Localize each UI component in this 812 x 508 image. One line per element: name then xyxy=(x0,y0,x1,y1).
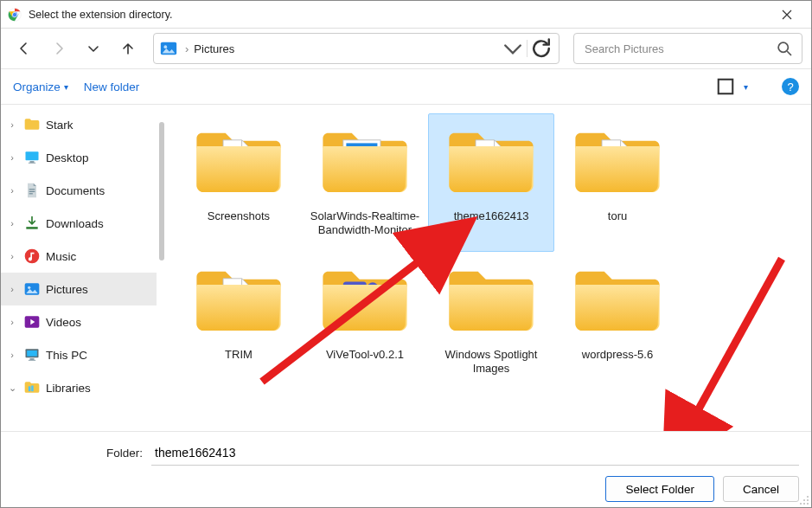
folder-input[interactable] xyxy=(151,440,799,466)
scrollbar-thumb[interactable] xyxy=(159,122,164,260)
expander-icon[interactable]: › xyxy=(6,152,18,163)
svg-rect-12 xyxy=(29,191,35,192)
sidebar-item-this-pc[interactable]: ›This PC xyxy=(1,338,157,371)
svg-point-5 xyxy=(164,45,168,48)
sidebar-item-label: This PC xyxy=(46,349,87,362)
toolbar: Organize▾ New folder ▾ ? xyxy=(1,68,811,105)
folder-item[interactable]: Screenshots xyxy=(176,113,302,252)
dialog-window: Select the extension directory. › Pictur… xyxy=(0,0,812,508)
address-dropdown[interactable] xyxy=(501,36,525,61)
sidebar-item-label: Downloads xyxy=(46,217,104,230)
svg-rect-22 xyxy=(29,360,35,361)
sidebar-item-music[interactable]: ›Music xyxy=(1,240,157,273)
svg-rect-23 xyxy=(29,386,31,391)
expander-icon[interactable]: › xyxy=(6,284,18,294)
folder-icon xyxy=(314,118,416,206)
desktop-icon xyxy=(23,149,41,166)
sidebar: ›Stark›Desktop›Documents›Downloads›Music… xyxy=(1,105,157,431)
breadcrumb-location[interactable]: Pictures xyxy=(192,42,501,55)
sidebar-item-stark[interactable]: ›Stark xyxy=(1,108,157,141)
expander-icon[interactable]: › xyxy=(6,218,18,228)
svg-rect-21 xyxy=(30,358,35,360)
view-mode-dropdown[interactable]: ▾ xyxy=(744,82,758,92)
svg-point-41 xyxy=(803,499,805,501)
folder-label: TRIM xyxy=(225,344,253,386)
pictures-icon xyxy=(159,39,178,58)
refresh-button[interactable] xyxy=(529,36,553,61)
search-input[interactable] xyxy=(583,42,776,56)
sidebar-item-videos[interactable]: ›Videos xyxy=(1,305,157,338)
close-button[interactable] xyxy=(770,2,804,28)
folder-icon xyxy=(440,118,542,206)
svg-rect-7 xyxy=(719,80,733,94)
organize-label: Organize xyxy=(13,80,61,93)
help-button[interactable]: ? xyxy=(782,78,799,95)
expander-icon[interactable]: › xyxy=(6,185,18,196)
content-area[interactable]: ScreenshotsSolarWinds-Realtime-Bandwidth… xyxy=(167,105,811,431)
expander-icon[interactable]: › xyxy=(6,317,18,327)
up-button[interactable] xyxy=(113,34,143,63)
pictures-icon xyxy=(23,280,41,298)
sidebar-item-desktop[interactable]: ›Desktop xyxy=(1,141,157,174)
expander-icon[interactable]: › xyxy=(6,350,18,360)
folder-label: toru xyxy=(608,206,627,248)
sidebar-item-label: Documents xyxy=(46,184,105,197)
folder-icon: T xyxy=(314,256,416,344)
expander-icon[interactable]: ⌄ xyxy=(6,383,18,394)
folder-item[interactable]: TViVeTool-v0.2.1 xyxy=(302,252,428,390)
back-button[interactable] xyxy=(10,34,39,63)
sidebar-scrollbar[interactable] xyxy=(157,105,167,431)
documents-icon xyxy=(23,182,41,199)
folder-label: Windows Spotlight Images xyxy=(432,344,550,386)
search-box[interactable] xyxy=(573,33,802,64)
folder-item[interactable]: TRIM xyxy=(176,252,302,390)
search-icon[interactable] xyxy=(776,40,793,57)
sidebar-item-libraries[interactable]: ⌄Libraries xyxy=(1,371,157,404)
view-mode-button[interactable] xyxy=(716,77,735,96)
sidebar-item-label: Libraries xyxy=(46,382,91,395)
footer: Folder: Select Folder Cancel xyxy=(1,431,811,507)
address-bar[interactable]: › Pictures xyxy=(153,33,559,64)
videos-icon xyxy=(23,313,41,331)
expander-icon[interactable]: › xyxy=(6,119,18,130)
svg-rect-8 xyxy=(26,151,39,160)
folder-item[interactable]: theme1662413 xyxy=(428,113,554,252)
sidebar-item-label: Music xyxy=(46,250,76,263)
folder-label: theme1662413 xyxy=(454,206,529,248)
folder-label: Screenshots xyxy=(208,206,270,248)
svg-rect-14 xyxy=(26,227,37,229)
folder-item[interactable]: toru xyxy=(554,113,681,252)
forward-button[interactable] xyxy=(44,34,74,63)
folder-label: SolarWinds-Realtime-Bandwidth-Monitor xyxy=(306,206,424,248)
svg-point-17 xyxy=(28,286,30,289)
sidebar-item-label: Stark xyxy=(46,119,74,132)
folder-icon xyxy=(566,118,668,206)
folder-item[interactable]: wordpress-5.6 xyxy=(554,252,681,390)
dialog-title: Select the extension directory. xyxy=(29,9,770,21)
svg-point-42 xyxy=(807,503,809,505)
folder-icon xyxy=(188,118,290,206)
folder-item[interactable]: SolarWinds-Realtime-Bandwidth-Monitor xyxy=(302,113,428,252)
sidebar-item-pictures[interactable]: ›Pictures xyxy=(1,273,157,305)
svg-point-40 xyxy=(807,499,809,501)
music-icon xyxy=(23,248,41,265)
organize-menu[interactable]: Organize▾ xyxy=(13,80,68,93)
cancel-button[interactable]: Cancel xyxy=(723,476,799,502)
body: ›Stark›Desktop›Documents›Downloads›Music… xyxy=(1,105,811,431)
resize-grip[interactable] xyxy=(797,493,809,505)
sidebar-item-label: Videos xyxy=(46,316,81,329)
chrome-icon xyxy=(8,8,22,22)
recent-locations-button[interactable] xyxy=(79,34,108,63)
sidebar-item-documents[interactable]: ›Documents xyxy=(1,174,157,207)
svg-rect-24 xyxy=(31,386,34,392)
svg-rect-11 xyxy=(29,189,35,190)
sidebar-item-downloads[interactable]: ›Downloads xyxy=(1,207,157,240)
nav-row: › Pictures xyxy=(1,29,811,68)
breadcrumb-sep: › xyxy=(182,42,192,55)
folder-item[interactable]: Windows Spotlight Images xyxy=(428,252,554,390)
expander-icon[interactable]: › xyxy=(6,251,18,261)
folder-label: wordpress-5.6 xyxy=(582,344,653,386)
sidebar-item-label: Desktop xyxy=(46,151,89,164)
select-folder-button[interactable]: Select Folder xyxy=(605,476,714,502)
new-folder-button[interactable]: New folder xyxy=(84,80,140,93)
